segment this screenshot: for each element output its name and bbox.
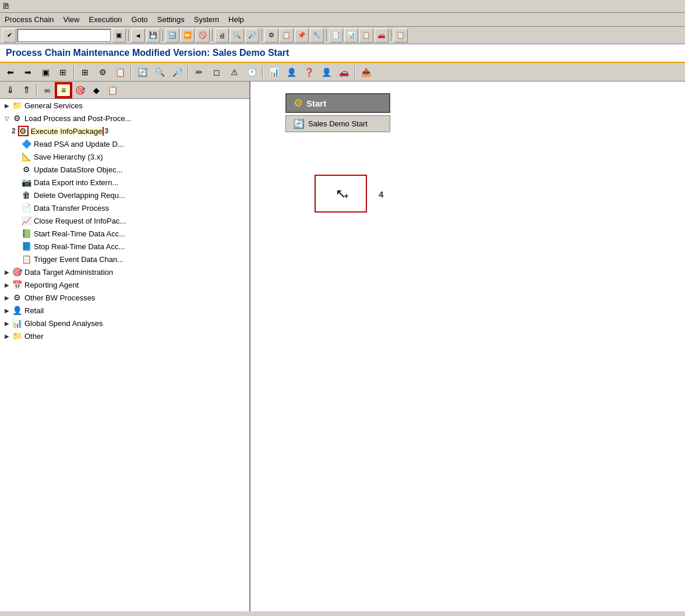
tree-btn-filter[interactable]: ⇓	[2, 83, 17, 97]
tree-item-data-export[interactable]: 📷 Data Export into Extern...	[0, 176, 249, 189]
toolbar-alert[interactable]: ⚠	[226, 65, 242, 80]
tree-item-save-hierarchy[interactable]: 📐 Save Hierarchy (3.x)	[0, 150, 249, 163]
nav-forward-button[interactable]: ⏩	[181, 29, 195, 43]
tree-item-retail[interactable]: ▶ 👤 Retail	[0, 304, 249, 317]
number-3: 3	[105, 127, 109, 135]
find-button[interactable]: 🔍	[230, 29, 244, 43]
cmd-icon: ▣	[112, 29, 126, 43]
toolbar-grid[interactable]: ⊞	[77, 65, 93, 80]
tree-item-close-request[interactable]: 📈 Close Request of InfoPac...	[0, 214, 249, 227]
camera-icon-export: 📷	[21, 177, 31, 187]
toolbar-settings[interactable]: ⚙	[94, 65, 111, 80]
tree-btn-target[interactable]: 🎯	[72, 83, 87, 97]
start-node[interactable]: ⚙ Start	[285, 93, 390, 113]
toolbar-user[interactable]: 👤	[318, 65, 334, 80]
stop-button[interactable]: 🚫	[196, 29, 210, 43]
toolbar-refresh[interactable]: 🔄	[134, 65, 150, 80]
folder-icon-other: 📁	[12, 331, 22, 341]
cust1-button[interactable]: ⚙	[264, 29, 278, 43]
gear-icon-bw: ⚙	[12, 292, 22, 303]
toolbar-truck[interactable]: 🚗	[336, 65, 352, 80]
local3-button[interactable]: 📋	[359, 29, 373, 43]
save-hierarchy-label: Save Hierarchy (3.x)	[34, 153, 103, 161]
back-button[interactable]: ◄	[131, 29, 145, 43]
tree-item-data-transfer[interactable]: 📄 Data Transfer Process	[0, 201, 249, 214]
toolbar-box2[interactable]: ⊞	[55, 65, 71, 80]
toolbar-help[interactable]: ❓	[301, 65, 317, 80]
tree-item-load-process[interactable]: ▽ ⚙ Load Process and Post-Proce...	[0, 112, 249, 125]
local4-button[interactable]: 🚗	[375, 29, 389, 43]
toolbar-export[interactable]: 📤	[358, 65, 374, 80]
expand-data-target[interactable]: ▶	[2, 267, 12, 277]
toolbar-shape[interactable]: ◻	[209, 65, 225, 80]
start-node-icon: ⚙	[294, 97, 303, 109]
last-button[interactable]: 📋	[394, 29, 408, 43]
checkmark-button[interactable]: ✔	[2, 29, 16, 43]
find2-button[interactable]: 🔎	[245, 29, 259, 43]
toolbar-zoom-out[interactable]: 🔎	[169, 65, 185, 80]
clip-icon-trigger: 📋	[21, 254, 31, 264]
tree-btn-up[interactable]: ⇑	[19, 83, 34, 97]
cust4-button[interactable]: 🔧	[310, 29, 324, 43]
expand-load-process[interactable]: ▽	[2, 114, 12, 123]
toolbar-clock[interactable]: 🕐	[243, 65, 260, 80]
toolbar-person[interactable]: 👤	[283, 65, 299, 80]
toolbar-forward[interactable]: ➡	[20, 65, 36, 80]
print-button[interactable]: 🖨	[215, 29, 229, 43]
expand-retail[interactable]: ▶	[2, 306, 12, 315]
cust3-button[interactable]: 📌	[295, 29, 309, 43]
tree-item-data-target[interactable]: ▶ 🎯 Data Target Administration	[0, 265, 249, 278]
cmd-sep5	[326, 30, 327, 41]
tree-item-start-realtime[interactable]: 📗 Start Real-Time Data Acc...	[0, 227, 249, 240]
cmd-sep6	[391, 30, 391, 41]
tree-item-update-datastore[interactable]: ⚙ Update DataStore Objec...	[0, 163, 249, 176]
tree-item-delete-overlapping[interactable]: 🗑 Delete Overlapping Requ...	[0, 189, 249, 201]
tree-btn-list[interactable]: ≡	[56, 83, 71, 97]
toolbar-box1[interactable]: ▣	[37, 65, 54, 80]
menu-execution[interactable]: Execution	[89, 15, 122, 24]
menu-system[interactable]: System	[194, 15, 219, 24]
nav-back-button[interactable]: 🔙	[165, 29, 179, 43]
data-transfer-label: Data Transfer Process	[34, 204, 109, 213]
local1-button[interactable]: 📑	[329, 29, 343, 43]
expand-reporting[interactable]: ▶	[2, 280, 12, 289]
menu-settings[interactable]: Settings	[157, 15, 185, 24]
tree-item-read-psa[interactable]: 🔷 Read PSA and Update D...	[0, 137, 249, 150]
toolbar-back[interactable]: ⬅	[2, 65, 19, 80]
sales-demo-icon: 🔄	[293, 118, 305, 129]
tree-item-general-services[interactable]: ▶ 📁 General Services	[0, 99, 249, 112]
tree-item-trigger-event[interactable]: 📋 Trigger Event Data Chan...	[0, 253, 249, 265]
load-process-label: Load Process and Post-Proce...	[24, 114, 132, 123]
expand-other[interactable]: ▶	[2, 331, 12, 341]
tree-btn-clip[interactable]: 📋	[105, 83, 120, 97]
menu-help[interactable]: Help	[228, 15, 244, 24]
tree-item-stop-realtime[interactable]: 📘 Stop Real-Time Data Acc...	[0, 240, 249, 253]
toolbar-zoom-in[interactable]: 🔍	[151, 65, 168, 80]
tree-item-execute-infopackage[interactable]: 2 ⚙ Execute InfoPackage 3	[0, 125, 249, 137]
tb-sep5	[354, 66, 355, 79]
toolbar-chart[interactable]: 📊	[266, 65, 282, 80]
expand-general-services[interactable]: ▶	[2, 101, 12, 110]
tree-item-other-bw[interactable]: ▶ ⚙ Other BW Processes	[0, 291, 249, 304]
command-input[interactable]	[17, 29, 111, 42]
menu-view[interactable]: View	[63, 15, 80, 24]
menu-goto[interactable]: Goto	[132, 15, 148, 24]
sales-demo-node[interactable]: 🔄 Sales Demo Start	[285, 115, 390, 132]
folder-icon-general: 📁	[12, 100, 22, 111]
cust2-button[interactable]: 📋	[280, 29, 294, 43]
tree-item-other[interactable]: ▶ 📁 Other	[0, 330, 249, 342]
tree-item-global-spend[interactable]: ▶ 📊 Global Spend Analyses	[0, 317, 249, 330]
tree-btn-link[interactable]: ∞	[40, 83, 55, 97]
cmd-sep4	[262, 30, 262, 41]
save-button[interactable]: 💾	[146, 29, 160, 43]
cmd-sep1	[128, 30, 129, 41]
toolbar-list[interactable]: 📋	[112, 65, 128, 80]
toolbar-pencil[interactable]: ✏	[191, 65, 207, 80]
local2-button[interactable]: 📊	[344, 29, 358, 43]
expand-other-bw[interactable]: ▶	[2, 293, 12, 302]
retail-label: Retail	[24, 306, 44, 315]
expand-global-spend[interactable]: ▶	[2, 318, 12, 328]
tree-btn-diamond[interactable]: ◆	[89, 83, 104, 97]
menu-process-chain[interactable]: Process Chain	[5, 15, 54, 24]
tree-item-reporting-agent[interactable]: ▶ 📅 Reporting Agent	[0, 278, 249, 291]
